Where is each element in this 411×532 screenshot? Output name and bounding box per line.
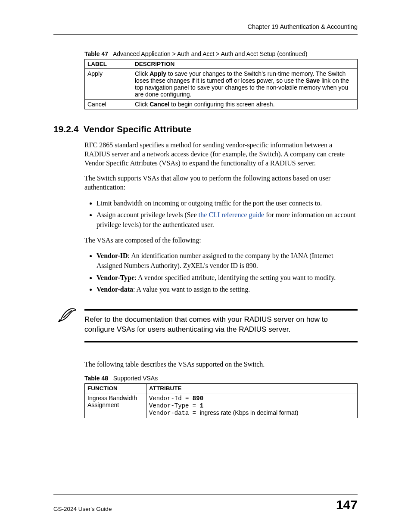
page-footer: GS-2024 User's Guide 147 [53,495,358,512]
table48-attr: Vendor-Id = 890 Vendor-Type = 1 Vendor-d… [146,393,358,418]
table48-caption: Table 48 Supported VSAs [84,375,358,382]
list-item: Limit bandwidth on incoming or outgoing … [97,198,358,208]
mono: Vendor-Id = [149,395,193,402]
header-rule [53,34,358,35]
table48-func: Ingress Bandwidth Assignment [85,393,146,418]
bullet-list-1: Limit bandwidth on incoming or outgoing … [84,198,358,230]
txt: : A value you want to assign to the sett… [133,286,250,293]
note-text: Refer to the documentation that comes wi… [84,309,358,342]
txt: Click [135,70,149,77]
table47-apply-desc: Click Apply to save your changes to the … [132,69,358,100]
txt: : A vendor specified attribute, identify… [134,274,336,281]
bold: Apply [149,70,166,77]
footer-rule [53,495,358,495]
note-pencil-icon [58,307,78,324]
table-row: Cancel Click Cancel to begin configuring… [85,100,358,109]
table47: LABEL DESCRIPTION Apply Click Apply to s… [84,59,358,109]
body-p3: The VSAs are composed of the following: [84,236,358,245]
chapter-running-head: Chapter 19 Authentication & Accounting [53,23,358,30]
list-item: Assign account privilege levels (See the… [97,210,358,230]
list-item: Vendor-data: A value you want to assign … [97,284,358,294]
table48-head-function: FUNCTION [85,383,146,393]
mono-bold: 890 [193,395,203,402]
mono: Vendor-Type = [149,402,200,409]
table-row: Ingress Bandwidth Assignment Vendor-Id =… [85,393,358,418]
section-heading: 19.2.4 Vendor Specific Attribute [53,124,358,134]
table47-head-desc: DESCRIPTION [132,59,358,69]
table47-caption-text: Advanced Application > Auth and Acct > A… [113,50,307,57]
table-row: Apply Click Apply to save your changes t… [85,69,358,100]
table48-caption-text: Supported VSAs [113,375,158,382]
table48: FUNCTION ATTRIBUTE Ingress Bandwidth Ass… [84,383,358,418]
section-title: Vendor Specific Attribute [84,124,191,134]
body-p4: The following table describes the VSAs s… [84,360,358,369]
footer-guide-name: GS-2024 User's Guide [53,506,112,512]
section-number: 19.2.4 [53,124,78,134]
txt: to begin configuring this screen afresh. [169,101,274,108]
bold: Vendor-Type [97,274,134,281]
table47-head-label: LABEL [85,59,132,69]
bold: Vendor-data [97,286,133,293]
cli-reference-link[interactable]: the CLI reference guide [199,211,264,218]
table47-caption: Table 47 Advanced Application > Auth and… [84,50,358,57]
txt: : An identification number assigned to t… [97,252,333,269]
note-block: Refer to the documentation that comes wi… [53,309,358,342]
table47-cancel-desc: Click Cancel to begin configuring this s… [132,100,358,109]
txt: Click [135,101,149,108]
body-p2: The Switch supports VSAs that allow you … [84,174,358,192]
table48-head-attribute: ATTRIBUTE [146,383,358,393]
page-number: 147 [336,498,358,512]
bold: Vendor-ID [97,252,128,259]
table48-caption-label: Table 48 [84,375,108,382]
bullet-list-2: Vendor-ID: An identification number assi… [84,251,358,294]
txt: ingress rate (Kbps in decimal format) [200,409,299,416]
list-item: Vendor-ID: An identification number assi… [97,251,358,271]
table47-cancel-label: Cancel [85,100,132,109]
mono-bold: 1 [200,402,203,409]
list-item: Vendor-Type: A vendor specified attribut… [97,273,358,283]
table47-caption-label: Table 47 [84,50,108,57]
txt: Assign account privilege levels (See [97,211,199,218]
bold: Cancel [149,101,169,108]
bold: Save [306,77,320,84]
mono: Vendor-data = [149,410,200,417]
table47-apply-label: Apply [85,69,132,100]
body-p1: RFC 2865 standard specifies a method for… [84,140,358,168]
